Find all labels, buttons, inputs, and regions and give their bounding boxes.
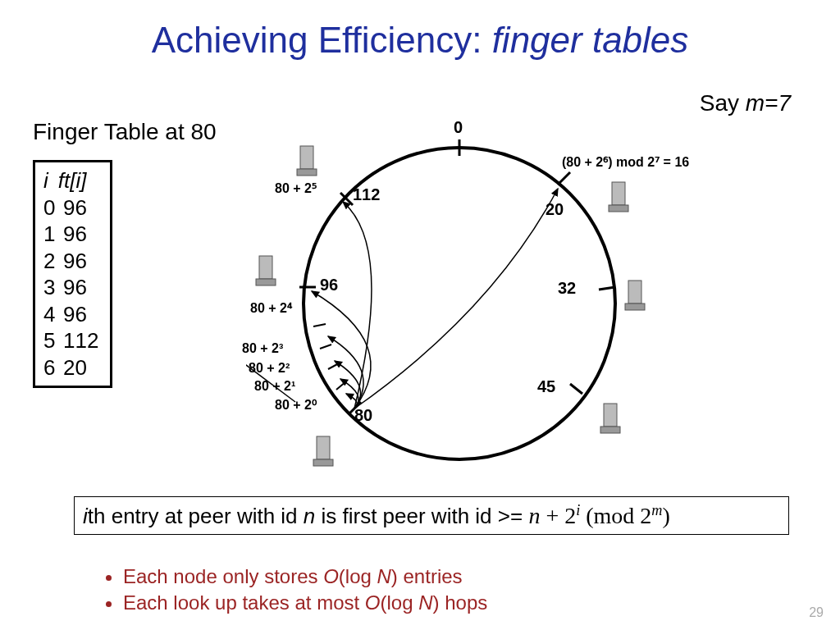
say-m-label: Say m=7	[700, 90, 791, 116]
table-row: 296	[43, 248, 98, 275]
mod-label: (80 + 2⁶) mod 2⁷ = 16	[562, 154, 689, 170]
svg-rect-21	[604, 404, 617, 427]
table-row: 196	[43, 221, 98, 248]
svg-rect-16	[609, 205, 628, 212]
table-row: 620	[43, 354, 98, 381]
svg-line-3	[599, 287, 615, 290]
formula-box: ith entry at peer with id n is first pee…	[74, 496, 789, 535]
svg-rect-22	[600, 427, 620, 433]
node-label: 45	[537, 377, 555, 396]
node-label: 96	[320, 276, 338, 294]
svg-rect-18	[256, 279, 276, 285]
chord-ring-diagram: 0 112 20 96 32 45 80 80 + 2⁵ 80 + 2⁴ 80 …	[246, 123, 673, 492]
svg-rect-23	[317, 436, 330, 459]
offset-label: 80 + 2³	[242, 341, 283, 356]
node-label: 32	[558, 279, 576, 298]
bullets: Each node only stores O(log N) entries E…	[90, 565, 487, 618]
offset-label: 80 + 2²	[249, 361, 290, 376]
table-row: 396	[43, 274, 98, 301]
finger-table-header: ift[i]	[43, 167, 98, 194]
svg-line-2	[558, 172, 570, 185]
svg-line-10	[320, 345, 331, 349]
svg-line-4	[570, 384, 582, 394]
table-row: 496	[43, 301, 98, 328]
svg-rect-24	[313, 459, 333, 466]
svg-rect-15	[612, 182, 625, 205]
finger-table-caption: Finger Table at 80	[33, 119, 217, 145]
svg-rect-14	[297, 169, 317, 176]
node-label: 80	[354, 406, 372, 425]
node-label: 20	[546, 200, 564, 219]
finger-table-box: ift[i] 096 196 296 396 496 5112 620	[33, 160, 112, 388]
svg-rect-20	[625, 304, 645, 310]
offset-label: 80 + 2⁰	[275, 397, 317, 413]
table-row: 096	[43, 194, 98, 221]
node-label: 0	[454, 118, 463, 137]
server-icon	[599, 402, 622, 436]
svg-line-9	[328, 363, 339, 369]
server-icon	[607, 180, 630, 215]
page-number: 29	[809, 605, 824, 620]
offset-label: 80 + 2⁴	[250, 300, 292, 316]
svg-line-8	[336, 381, 346, 390]
server-icon	[295, 144, 318, 179]
svg-line-11	[313, 324, 326, 326]
list-item: Each look up takes at most O(log N) hops	[123, 591, 487, 614]
offset-label: 80 + 2⁵	[275, 180, 317, 196]
svg-rect-19	[628, 281, 641, 304]
server-icon	[623, 279, 646, 313]
node-label: 112	[353, 185, 380, 204]
server-icon	[254, 254, 277, 289]
offset-label: 80 + 2¹	[254, 379, 295, 394]
slide-title: Achieving Efficiency: finger tables	[0, 20, 840, 61]
svg-rect-13	[300, 146, 313, 169]
server-icon	[312, 435, 335, 469]
svg-rect-17	[259, 256, 272, 279]
table-row: 5112	[43, 327, 98, 354]
list-item: Each node only stores O(log N) entries	[123, 565, 487, 588]
